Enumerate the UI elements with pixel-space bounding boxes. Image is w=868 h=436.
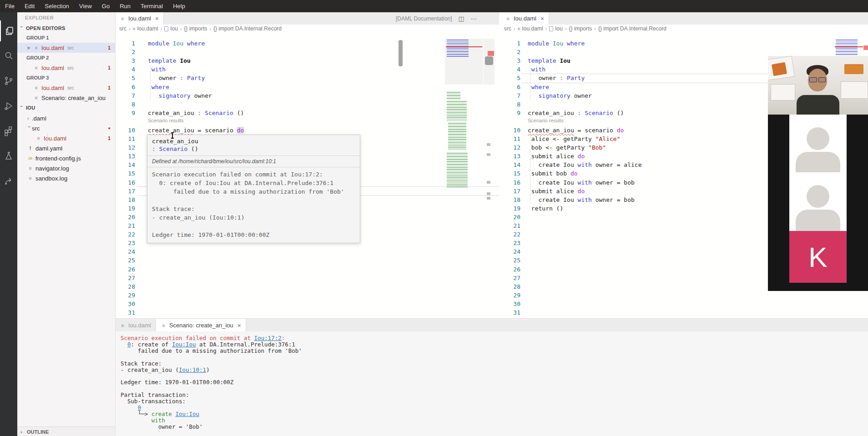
menu-item-file[interactable]: File: [0, 0, 20, 12]
editor-scrollbar-thumb[interactable]: [399, 40, 403, 66]
codelens-scenario-results[interactable]: Scenario results: [148, 118, 184, 123]
editor2-tab-iou-daml[interactable]: ≡ Iou.daml ×: [500, 12, 549, 25]
breadcrumb-item[interactable]: Iou.daml: [522, 25, 543, 32]
tab-label: Iou.daml: [128, 15, 151, 22]
line-number: 21: [500, 221, 520, 230]
orange-box: [772, 62, 787, 76]
menu-item-edit[interactable]: Edit: [20, 0, 40, 12]
menu-item-view[interactable]: View: [74, 0, 97, 12]
chevron-down-icon: ›: [19, 105, 25, 110]
panel-tab-scenario-create-an-iou[interactable]: ≡Scenario: create_an_iou×: [156, 319, 246, 331]
breadcrumb-item[interactable]: Iou.daml: [137, 25, 158, 32]
tree-item-frontend-config-js[interactable]: JSfrontend-config.js: [17, 153, 115, 163]
editor1-tab-iou-daml[interactable]: ≡ Iou.daml ×: [115, 12, 164, 25]
breadcrumb-item[interactable]: Iou: [555, 25, 563, 32]
code-line-15: submit bob do: [528, 169, 578, 178]
line-number: 9: [500, 109, 520, 117]
close-icon[interactable]: ×: [540, 15, 544, 22]
explorer-icon[interactable]: [0, 20, 18, 41]
tree-item-src[interactable]: ›src●: [17, 123, 115, 133]
breadcrumb-item[interactable]: {} import DA.Internal.Record: [598, 25, 666, 32]
remote-icon[interactable]: [0, 170, 17, 191]
source-location-link[interactable]: Iou:17:2: [254, 335, 282, 341]
split-editor-icon[interactable]: ◫: [459, 15, 464, 22]
test-beaker-icon[interactable]: [0, 145, 17, 166]
close-icon[interactable]: ×: [155, 15, 159, 22]
outline-section-header[interactable]: › OUTLINE: [17, 426, 115, 436]
tree-item-daml-yaml[interactable]: !daml.yaml: [17, 143, 115, 153]
source-location-link[interactable]: Iou:10:1: [179, 366, 206, 373]
daml-file-icon: ≡: [35, 135, 41, 141]
line-number: 10: [500, 126, 520, 135]
output-line: [121, 386, 302, 392]
menu-item-help[interactable]: Help: [168, 0, 190, 12]
scenario-output[interactable]: Scenario execution failed on commit at I…: [121, 335, 302, 430]
more-actions-icon[interactable]: ⋯: [471, 15, 477, 22]
participant-initial: K: [808, 241, 827, 273]
open-editor-item[interactable]: ×≡Iou.damlsrc1: [17, 43, 115, 53]
breadcrumb-item[interactable]: {} imports: [184, 25, 207, 32]
tree-item-navigator-log[interactable]: ≡navigator.log: [17, 163, 115, 173]
code-line-7: signatory owner: [528, 91, 592, 100]
minimap-results-block: [447, 92, 460, 99]
codelens-scenario-results[interactable]: Scenario results: [528, 118, 564, 123]
code-line-9: create_an_iou : Scenario (): [148, 109, 244, 117]
line-number: 17: [115, 187, 135, 195]
output-line: Scenario execution failed on commit at I…: [121, 335, 302, 341]
code-line-6: where: [148, 83, 169, 91]
tree-item-iou-daml[interactable]: ≡Iou.daml1: [17, 133, 115, 143]
line-number: 21: [115, 221, 135, 230]
daml-documentation-label: [DAML Documentation]: [396, 15, 452, 22]
breadcrumb-item[interactable]: {} imports: [569, 25, 592, 32]
cabinet: [841, 81, 868, 99]
close-icon[interactable]: ×: [237, 322, 241, 329]
tree-item-sandbox-log[interactable]: ≡sandbox.log: [17, 173, 115, 183]
scrollbar-thumb[interactable]: [485, 56, 493, 65]
output-line: 0: [121, 405, 302, 411]
output-line: Partial transaction:: [121, 392, 302, 398]
open-editors-section-header[interactable]: › OPEN EDITORS: [17, 24, 115, 33]
daml-file-icon: ≡: [161, 323, 167, 328]
breadcrumb-item[interactable]: src: [119, 25, 126, 32]
search-icon[interactable]: [0, 45, 17, 66]
line-number: 27: [115, 274, 135, 282]
line-number: 4: [115, 65, 135, 74]
source-location-link[interactable]: Iou:Iou: [172, 341, 196, 348]
folder-section-header[interactable]: › IOU: [17, 103, 115, 112]
code-line-6: where: [528, 83, 549, 91]
source-location-link[interactable]: 0: [138, 404, 141, 411]
menu-item-terminal[interactable]: Terminal: [136, 0, 168, 12]
open-editor-item[interactable]: ≡Iou.damlsrc1: [17, 63, 115, 73]
line-number: 15: [500, 169, 520, 178]
tooltip-scenario-result: Scenario execution failed on commit at I…: [147, 168, 360, 243]
orange-box: [844, 64, 863, 74]
menu-item-run[interactable]: Run: [115, 0, 136, 12]
extensions-icon[interactable]: [0, 120, 17, 141]
menu-item-go[interactable]: Go: [97, 0, 115, 12]
line-number: 26: [500, 265, 520, 274]
line-number: 18: [500, 195, 520, 204]
chevron-right-icon: ›: [27, 115, 32, 121]
breadcrumb-item[interactable]: Iou: [170, 25, 178, 32]
source-control-icon[interactable]: [0, 70, 17, 91]
editor1-breadcrumb[interactable]: src›≡Iou.daml›Iou›{} imports›{} import D…: [119, 25, 438, 33]
panel-tab-iou-daml[interactable]: ≡Iou.daml: [115, 319, 156, 331]
open-editor-item[interactable]: ≡Iou.damlsrc1: [17, 83, 115, 93]
source-location-link[interactable]: Iou:Iou: [175, 411, 199, 417]
code-line-13: submit alice do: [528, 152, 585, 160]
line-number: 24: [500, 247, 520, 256]
breadcrumb-item[interactable]: src: [504, 25, 511, 32]
breadcrumb-item[interactable]: {} import DA.Internal.Record: [213, 25, 282, 32]
line-number: 8: [115, 100, 135, 109]
close-icon[interactable]: ×: [27, 45, 33, 51]
breadcrumb-separator: ›: [129, 26, 131, 31]
editor2-breadcrumb[interactable]: src›≡Iou.daml›Iou›{} imports›{} import D…: [504, 25, 823, 33]
tree-item--daml[interactable]: ›.daml: [17, 113, 115, 123]
run-debug-icon[interactable]: [0, 95, 17, 116]
menu-item-selection[interactable]: Selection: [40, 0, 74, 12]
output-line: owner = 'Bob': [121, 424, 302, 430]
line-number: 15: [115, 169, 135, 178]
source-location-link[interactable]: 0: [127, 341, 131, 348]
output-line: [121, 354, 302, 361]
open-editor-item[interactable]: ≡Scenario: create_an_iou: [17, 93, 115, 103]
